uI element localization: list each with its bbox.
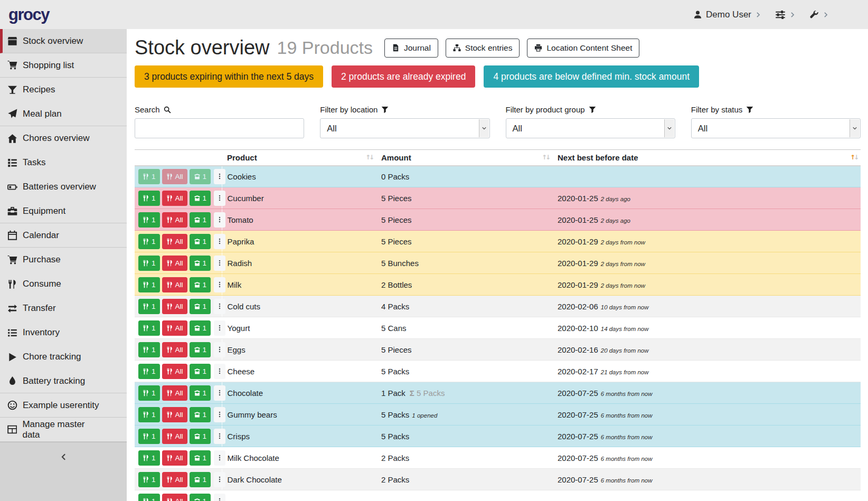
- status-filter-select[interactable]: All: [691, 118, 861, 138]
- row-menu-button[interactable]: [214, 234, 225, 249]
- consume-one-button[interactable]: 1: [138, 450, 160, 466]
- consume-all-button[interactable]: All: [162, 277, 187, 292]
- consume-one-button[interactable]: 1: [138, 407, 160, 422]
- consume-all-button[interactable]: All: [162, 450, 187, 466]
- consume-all-button[interactable]: All: [162, 342, 187, 357]
- open-one-button[interactable]: 1: [190, 191, 211, 206]
- app-logo[interactable]: grocy: [8, 5, 49, 24]
- consume-one-button[interactable]: 1: [138, 429, 160, 444]
- search-input[interactable]: [135, 118, 304, 138]
- consume-one-button[interactable]: 1: [138, 342, 160, 357]
- sidebar-item-example-userentity[interactable]: Example userentity: [0, 393, 127, 418]
- admin-menu[interactable]: [809, 10, 829, 20]
- banner-2-products-are[interactable]: 2 products are already expired: [332, 65, 475, 88]
- open-one-button[interactable]: 1: [190, 472, 211, 487]
- consume-all-button[interactable]: All: [162, 385, 187, 401]
- sidebar-item-batteries-overview[interactable]: Batteries overview: [0, 175, 127, 199]
- consume-one-button[interactable]: 1: [138, 234, 160, 249]
- consume-all-button[interactable]: All: [162, 494, 187, 501]
- consume-all-button[interactable]: All: [162, 256, 187, 271]
- consume-all-button[interactable]: All: [162, 212, 187, 228]
- row-menu-button[interactable]: [214, 429, 225, 444]
- location-content-sheet-button[interactable]: Location Content Sheet: [527, 39, 639, 58]
- open-one-button[interactable]: 1: [190, 385, 211, 401]
- sidebar-item-inventory[interactable]: Inventory: [0, 320, 127, 345]
- row-menu-button[interactable]: [214, 450, 225, 466]
- row-menu-button[interactable]: [214, 342, 225, 357]
- open-one-button[interactable]: 1: [190, 212, 211, 228]
- column-header-product[interactable]: Product↑↓: [222, 150, 376, 166]
- consume-all-button[interactable]: All: [162, 429, 187, 444]
- open-one-button[interactable]: 1: [190, 364, 211, 379]
- open-one-button[interactable]: 1: [190, 407, 211, 422]
- user-menu[interactable]: Demo User: [693, 10, 761, 20]
- sidebar-item-calendar[interactable]: Calendar: [0, 223, 127, 248]
- stock-entries-button[interactable]: Stock entries: [446, 39, 520, 58]
- row-menu-button[interactable]: [214, 472, 225, 487]
- sidebar-item-transfer[interactable]: Transfer: [0, 296, 127, 320]
- sidebar-item-manage-master-data[interactable]: Manage master data: [0, 418, 127, 442]
- column-header-amount[interactable]: Amount↑↓: [376, 150, 552, 166]
- sidebar-item-recipes[interactable]: Recipes: [0, 78, 127, 102]
- sidebar-item-purchase[interactable]: Purchase: [0, 248, 127, 272]
- sidebar-item-shopping-list[interactable]: Shopping list: [0, 53, 127, 78]
- consume-one-button[interactable]: 1: [138, 256, 160, 271]
- column-header-next-best-before-date[interactable]: Next best before date↑↓: [552, 150, 861, 166]
- sidebar-item-chores-overview[interactable]: Chores overview: [0, 126, 127, 150]
- open-one-button[interactable]: 1: [190, 299, 211, 314]
- consume-one-button[interactable]: 1: [138, 385, 160, 401]
- table-icon: [7, 424, 17, 434]
- consume-one-button[interactable]: 1: [138, 320, 160, 336]
- open-one-button[interactable]: 1: [190, 234, 211, 249]
- sidebar-item-equipment[interactable]: Equipment: [0, 199, 127, 223]
- consume-one-button[interactable]: 1: [138, 191, 160, 206]
- consume-all-button[interactable]: All: [162, 364, 187, 379]
- row-menu-button[interactable]: [214, 299, 225, 314]
- row-menu-button[interactable]: [214, 320, 225, 336]
- sidebar-item-consume[interactable]: Consume: [0, 272, 127, 296]
- product-group-filter-select[interactable]: All: [506, 118, 675, 138]
- consume-all-button[interactable]: All: [162, 299, 187, 314]
- settings-menu[interactable]: [775, 10, 796, 20]
- consume-one-button[interactable]: 1: [138, 494, 160, 501]
- row-menu-button[interactable]: [214, 191, 225, 206]
- consume-one-button[interactable]: 1: [138, 299, 160, 314]
- sidebar-item-meal-plan[interactable]: Meal plan: [0, 102, 127, 126]
- row-menu-button[interactable]: [214, 212, 225, 228]
- row-menu-button[interactable]: [214, 385, 225, 401]
- open-one-button[interactable]: 1: [190, 342, 211, 357]
- location-filter-select[interactable]: All: [320, 118, 489, 138]
- banner-3-products-expiring[interactable]: 3 products expiring within the next 5 da…: [135, 65, 323, 88]
- row-menu-button[interactable]: [214, 364, 225, 379]
- consume-one-button[interactable]: 1: [138, 212, 160, 228]
- consume-one-button[interactable]: 1: [138, 277, 160, 292]
- open-one-button[interactable]: 1: [190, 429, 211, 444]
- consume-one-button[interactable]: 1: [138, 472, 160, 487]
- row-menu-button[interactable]: [214, 277, 225, 292]
- journal-button[interactable]: Journal: [384, 39, 438, 58]
- open-one-button[interactable]: 1: [190, 256, 211, 271]
- sidebar-item-stock-overview[interactable]: Stock overview: [0, 29, 127, 53]
- row-menu-button[interactable]: [214, 407, 225, 422]
- consume-all-button[interactable]: All: [162, 320, 187, 336]
- sidebar-collapse-button[interactable]: [0, 442, 127, 501]
- row-menu-button[interactable]: [214, 494, 225, 501]
- consume-one-button[interactable]: 1: [138, 169, 160, 184]
- consume-one-button[interactable]: 1: [138, 364, 160, 379]
- sidebar-item-tasks[interactable]: Tasks: [0, 150, 127, 175]
- consume-all-button[interactable]: All: [162, 407, 187, 422]
- sidebar-item-battery-tracking[interactable]: Battery tracking: [0, 369, 127, 393]
- open-one-button[interactable]: 1: [190, 169, 211, 184]
- open-one-button[interactable]: 1: [190, 277, 211, 292]
- consume-all-button[interactable]: All: [162, 169, 187, 184]
- row-menu-button[interactable]: [214, 256, 225, 271]
- consume-all-button[interactable]: All: [162, 191, 187, 206]
- consume-all-button[interactable]: All: [162, 472, 187, 487]
- open-one-button[interactable]: 1: [190, 450, 211, 466]
- sidebar-item-chore-tracking[interactable]: Chore tracking: [0, 345, 127, 369]
- consume-all-button[interactable]: All: [162, 234, 187, 249]
- open-one-button[interactable]: 1: [190, 494, 211, 501]
- open-one-button[interactable]: 1: [190, 320, 211, 336]
- banner-4-products-are[interactable]: 4 products are below defined min. stock …: [484, 65, 699, 88]
- row-menu-button[interactable]: [214, 169, 225, 184]
